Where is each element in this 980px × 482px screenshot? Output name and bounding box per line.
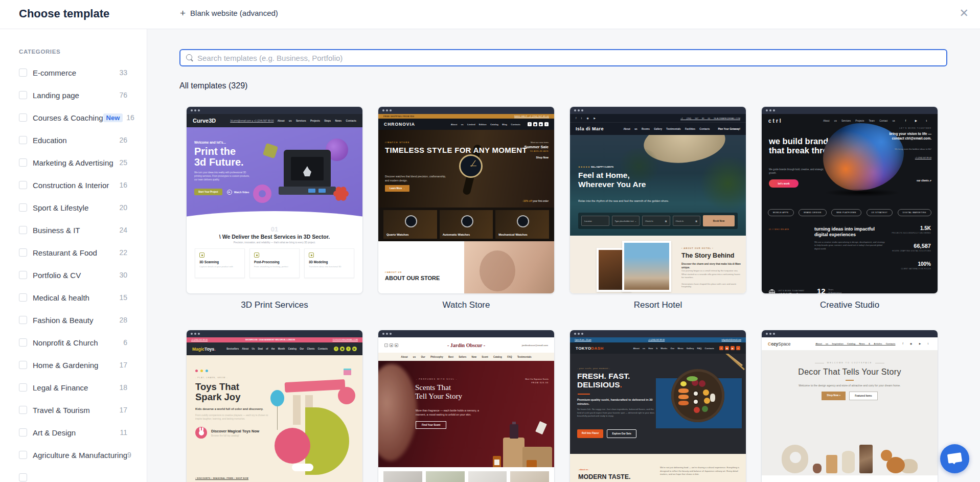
category-checkbox[interactable] (19, 158, 27, 167)
category-checkbox[interactable] (19, 473, 27, 481)
category-checkbox[interactable] (19, 113, 27, 122)
category-row[interactable]: Art & Design11 (19, 421, 127, 444)
mini-button: Book Now (703, 215, 735, 226)
results-heading: All templates (329) (179, 81, 980, 90)
category-label: Legal & Finance (33, 383, 88, 392)
mini-button: Learn More → (385, 185, 409, 192)
category-label: Medical & health (33, 293, 89, 302)
kids-illustration (270, 362, 362, 482)
service-pill: UX STRATEGY (867, 209, 893, 216)
template-title: Watch Store (378, 300, 555, 310)
category-row[interactable]: Education26 (19, 129, 127, 151)
browser-bar (762, 330, 938, 337)
browser-bar (187, 107, 362, 114)
template-card-toys[interactable]: +1 (234) 567 89 00 SHOWROOM: 123A EASEMO… (186, 330, 363, 482)
template-card-perfume[interactable]: f◉▶ - Jardin Obscur - jardinobscur@email… (378, 330, 555, 482)
category-checkbox[interactable] (19, 293, 27, 302)
template-card-watch-store[interactable]: FREE SHIPPING FROM $50 NEED HELP: +1 (23… (378, 106, 555, 310)
category-checkbox[interactable] (19, 203, 27, 212)
template-card-sushi[interactable]: Open 8 am - 10 pm +1 (234) 567 89 00 tok… (569, 330, 746, 482)
category-row[interactable]: Marketing & Advertising25 (19, 151, 127, 174)
perfume-bottle (510, 424, 518, 439)
blank-website-button[interactable]: + Blank website (advanced) (180, 8, 278, 18)
category-label: Marketing & Advertising (33, 158, 113, 167)
category-row[interactable]: Portfolio & CV30 (19, 264, 127, 286)
gift-shape (344, 369, 351, 375)
mini-logo: CozySpace (768, 341, 790, 347)
category-checkbox[interactable] (19, 406, 27, 414)
mini-button: Explore Our Sets (607, 429, 636, 438)
category-checkbox[interactable] (19, 316, 27, 324)
mini-nav: Bestsellers About Us Deal of the Month C… (226, 348, 328, 350)
category-row[interactable]: Home & Gardening17 (19, 354, 127, 376)
browser-bar (378, 330, 554, 337)
category-count: 22 (119, 248, 127, 257)
category-row[interactable]: Fashion & Beauty28 (19, 309, 127, 331)
category-checkbox[interactable] (19, 271, 27, 279)
template-title: Creative Studio (761, 300, 938, 310)
mini-button: Start Your Project (194, 189, 222, 195)
template-card-resort-hotel[interactable]: f t ◉ ▶ +1 (234) 567 89 00 ISLA.DIMARE@E… (569, 106, 746, 310)
category-checkbox[interactable] (19, 428, 27, 437)
category-count: 6 (123, 338, 127, 347)
template-card-creative-studio[interactable]: ctrl About us Services Projects Team Con… (761, 106, 938, 310)
category-row[interactable]: E-commerce33 (19, 61, 127, 84)
new-badge: New (103, 113, 123, 122)
category-checkbox[interactable] (19, 91, 27, 99)
service-pill: WEB PLATFORMS (831, 209, 861, 216)
category-checkbox[interactable] (19, 248, 27, 257)
category-row[interactable]: Medical & health15 (19, 286, 127, 309)
mini-logo: Curve3D (193, 118, 216, 124)
category-row[interactable]: Landing page76 (19, 84, 127, 106)
stat: 66,587 HOURS CRAFTING DIGITAL SOLUTIONS (892, 243, 931, 252)
category-tile: Automatic Watches (440, 210, 493, 239)
category-row[interactable]: Restaurant & Food22 (19, 241, 127, 264)
template-card-decor[interactable]: CozySpace About us Inspiration Catalog N… (761, 330, 938, 482)
chat-button[interactable] (940, 444, 969, 473)
category-row[interactable]: Courses & CoachingNew16 (19, 106, 127, 129)
category-row[interactable]: Travel & Tourism17 (19, 399, 127, 421)
template-thumbnail: Open 8 am - 10 pm +1 (234) 567 89 00 tok… (569, 330, 746, 482)
category-count: 17 (119, 406, 127, 414)
category-count: 20 (119, 203, 127, 212)
category-row-partial[interactable] (19, 466, 127, 482)
service-pill: DIGITAL MARKETING (898, 209, 931, 216)
category-checkbox[interactable] (19, 136, 27, 144)
category-row[interactable]: Sport & Lifestyle20 (19, 196, 127, 219)
close-icon[interactable]: ✕ (960, 7, 969, 20)
social-icons: f◉▶t (528, 122, 549, 126)
category-row[interactable]: Construction & Interior16 (19, 174, 127, 196)
category-count: 33 (119, 68, 127, 77)
category-row[interactable]: Legal & Finance18 (19, 376, 127, 399)
category-label: Home & Gardening (33, 361, 98, 370)
categories-list: E-commerce33Landing page76Courses & Coac… (19, 61, 147, 482)
category-checkbox[interactable] (19, 226, 27, 234)
category-checkbox[interactable] (19, 338, 27, 347)
mini-nav: About us Inspiration Catalog News & Arti… (815, 342, 895, 345)
plus-icon: + (180, 8, 186, 18)
category-row[interactable]: Agriculture & Manufacturing9 (19, 444, 127, 466)
category-checkbox[interactable] (19, 383, 27, 392)
template-search[interactable] (179, 49, 947, 66)
mini-button: let's work (769, 179, 799, 188)
service-pill: MOBILE APPS (768, 209, 794, 216)
category-count: 30 (119, 271, 127, 279)
search-icon (186, 54, 193, 61)
category-count: 17 (119, 361, 127, 369)
category-row[interactable]: Nonprofit & Church6 (19, 331, 127, 354)
template-thumbnail: CozySpace About us Inspiration Catalog N… (761, 330, 938, 482)
browser-bar (378, 107, 554, 114)
category-checkbox[interactable] (19, 361, 27, 369)
category-count: 16 (126, 113, 134, 122)
category-checkbox[interactable] (19, 68, 27, 77)
category-checkbox[interactable] (19, 451, 27, 459)
template-thumbnail: ctrl About us Services Projects Team Con… (761, 106, 938, 294)
dialog-header: Choose template + Blank website (advance… (0, 0, 980, 29)
stat: 1.5K PROJECTS SUCCESSFULLY DELIVERED (892, 225, 931, 234)
category-checkbox[interactable] (19, 181, 27, 189)
search-input[interactable] (197, 54, 941, 62)
category-row[interactable]: Business & IT24 (19, 219, 127, 241)
category-label: Construction & Interior (33, 181, 109, 190)
template-title: 3D Print Services (186, 300, 363, 310)
template-card-3d-print[interactable]: Curve3D 3d.print@email.com ● +1 (234) 56… (186, 106, 363, 310)
